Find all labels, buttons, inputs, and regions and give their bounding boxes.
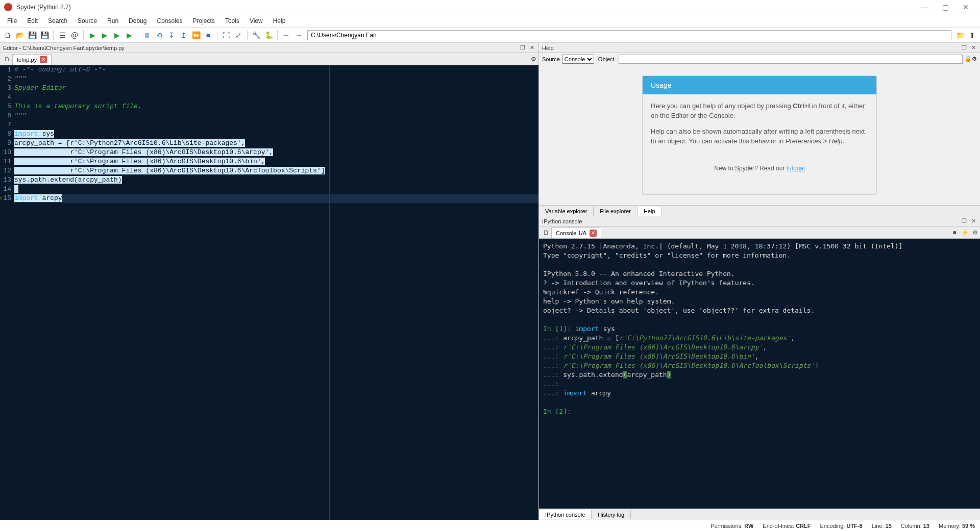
code-line[interactable]: arcpy_path = [r'C:\Python27\ArcGIS10.6\L… [14, 139, 538, 148]
tab-ipython-console[interactable]: IPython console [539, 510, 592, 519]
menu-run[interactable]: Run [102, 15, 124, 27]
python-path-icon[interactable]: 🐍 [263, 30, 274, 41]
continue-icon[interactable]: ⏩ [190, 30, 202, 41]
options-icon[interactable]: ⚙ [970, 229, 980, 236]
source-select[interactable]: Console [562, 55, 594, 64]
open-file-icon[interactable]: 📂 [14, 30, 26, 41]
undock-icon[interactable]: ❐ [519, 44, 526, 51]
maximize-button[interactable]: ▢ [935, 3, 955, 11]
console-tab[interactable]: Console 1/A ✕ [551, 227, 601, 238]
line-number: 4 [0, 93, 11, 102]
run-cell-advance-icon[interactable]: ▶ [111, 30, 122, 41]
code-line[interactable]: r'C:\Program Files (x86)\ArcGIS\Desktop1… [14, 166, 538, 175]
stop-debug-icon[interactable]: ■ [203, 30, 214, 41]
menu-search[interactable]: Search [43, 15, 72, 27]
code-line[interactable] [14, 93, 538, 102]
close-pane-icon[interactable]: ✕ [528, 44, 535, 51]
line-number: 8 [0, 130, 11, 139]
outline-icon[interactable]: ☰ [57, 30, 68, 41]
object-input[interactable] [619, 55, 963, 64]
status-column: Column: 13 [901, 523, 929, 529]
code-line[interactable]: r'C:\Program Files (x86)\ArcGIS\Desktop1… [14, 157, 538, 166]
step-icon[interactable]: ⟲ [154, 30, 165, 41]
save-all-icon[interactable]: 💾 [39, 30, 50, 41]
code-line[interactable]: # -*- coding: utf-8 -*- [14, 65, 538, 74]
menu-file[interactable]: File [2, 15, 22, 27]
tab-variable-explorer[interactable]: Variable explorer [539, 207, 594, 216]
save-icon[interactable]: 💾 [27, 30, 38, 41]
usage-card: Usage Here you can get help of any objec… [642, 75, 877, 195]
line-number: 9 [0, 139, 11, 148]
parent-dir-icon[interactable]: ⬆ [967, 30, 978, 41]
undock-icon[interactable]: ❐ [961, 44, 968, 51]
run-selection-icon[interactable]: ▶ [124, 30, 135, 41]
tab-history-log[interactable]: History log [592, 510, 631, 519]
preferences-icon[interactable]: 🔧 [251, 30, 262, 41]
help-pane: Help ❐ ✕ Source Console Object 🔒 ⚙ Usage… [539, 43, 980, 216]
tutorial-link[interactable]: tutorial [787, 165, 805, 172]
step-out-icon[interactable]: ↥ [178, 30, 189, 41]
close-button[interactable]: ✕ [955, 3, 976, 11]
menu-view[interactable]: View [244, 15, 268, 27]
line-number: 15 [0, 194, 11, 203]
interrupt-icon[interactable]: ⚡ [960, 229, 970, 236]
step-into-icon[interactable]: ↧ [166, 30, 177, 41]
line-number: 12 [0, 166, 11, 175]
editor-pane-title: Editor - C:\Users\Chengyan Fan\.spyder\t… [3, 45, 517, 51]
options-icon[interactable]: ⚙ [972, 56, 977, 62]
editor-tab[interactable]: temp.py ✕ [12, 54, 52, 65]
stop-icon[interactable]: ■ [949, 229, 960, 236]
tab-help[interactable]: Help [638, 207, 662, 216]
source-label: Source [542, 56, 560, 62]
code-line[interactable]: """ [14, 74, 538, 84]
code-editor[interactable]: 123456789101112131415 # -*- coding: utf-… [0, 65, 538, 520]
fullscreen-icon[interactable]: ⤢ [233, 30, 244, 41]
line-number: 2 [0, 74, 11, 84]
tab-file-explorer[interactable]: File explorer [594, 207, 638, 216]
line-number: 1 [0, 65, 11, 74]
menu-edit[interactable]: Edit [22, 15, 43, 27]
menu-projects[interactable]: Projects [188, 15, 220, 27]
browse-tabs-icon[interactable]: 🗋 [2, 56, 12, 63]
code-line[interactable]: This is a temporary script file. [14, 102, 538, 111]
code-line[interactable]: r'C:\Program Files (x86)\ArcGIS\Desktop1… [14, 148, 538, 157]
back-icon[interactable]: ← [281, 30, 292, 41]
usage-text-2: Help can also be shown automatically aft… [651, 127, 868, 146]
menu-tools[interactable]: Tools [220, 15, 244, 27]
working-directory-input[interactable] [307, 30, 951, 40]
menu-help[interactable]: Help [268, 15, 291, 27]
run-cell-icon[interactable]: ▶ [99, 30, 110, 41]
separator [277, 30, 278, 40]
code-line[interactable] [14, 185, 538, 194]
tab-close-icon[interactable]: ✕ [590, 230, 597, 237]
maximize-pane-icon[interactable]: ⛶ [220, 30, 232, 41]
tab-label: temp.py [17, 57, 37, 63]
close-pane-icon[interactable]: ✕ [970, 218, 977, 224]
lock-icon[interactable]: 🔒 [965, 56, 972, 62]
browse-dir-icon[interactable]: 📁 [954, 30, 966, 41]
code-line[interactable] [14, 120, 538, 130]
tab-close-icon[interactable]: ✕ [40, 56, 47, 63]
debug-icon[interactable]: ⏸ [141, 30, 153, 41]
close-pane-icon[interactable]: ✕ [970, 44, 977, 51]
options-icon[interactable]: ⚙ [528, 56, 538, 63]
undock-icon[interactable]: ❐ [961, 218, 968, 224]
code-line[interactable]: sys.path.extend(arcpy_path) [14, 175, 538, 185]
code-line[interactable]: Spyder Editor [14, 84, 538, 93]
code-line[interactable]: """ [14, 111, 538, 120]
menu-consoles[interactable]: Consoles [152, 15, 187, 27]
menu-source[interactable]: Source [72, 15, 102, 27]
window-title: Spyder (Python 2.7) [16, 4, 915, 11]
help-pane-title: Help [542, 45, 959, 51]
menu-debug[interactable]: Debug [124, 15, 152, 27]
browse-tabs-icon[interactable]: 🗋 [541, 229, 551, 236]
forward-icon[interactable]: → [293, 30, 304, 41]
minimize-button[interactable]: — [915, 3, 935, 11]
at-icon[interactable]: @ [69, 30, 80, 41]
console-bottom-tabs: IPython console History log [539, 509, 980, 520]
run-icon[interactable]: ▶ [87, 30, 98, 41]
code-line[interactable]: import sys [14, 130, 538, 139]
console-output[interactable]: Python 2.7.15 |Anaconda, Inc.| (default,… [539, 239, 980, 509]
code-line[interactable]: import arcpy [14, 194, 538, 203]
new-file-icon[interactable]: 🗋 [2, 30, 13, 41]
